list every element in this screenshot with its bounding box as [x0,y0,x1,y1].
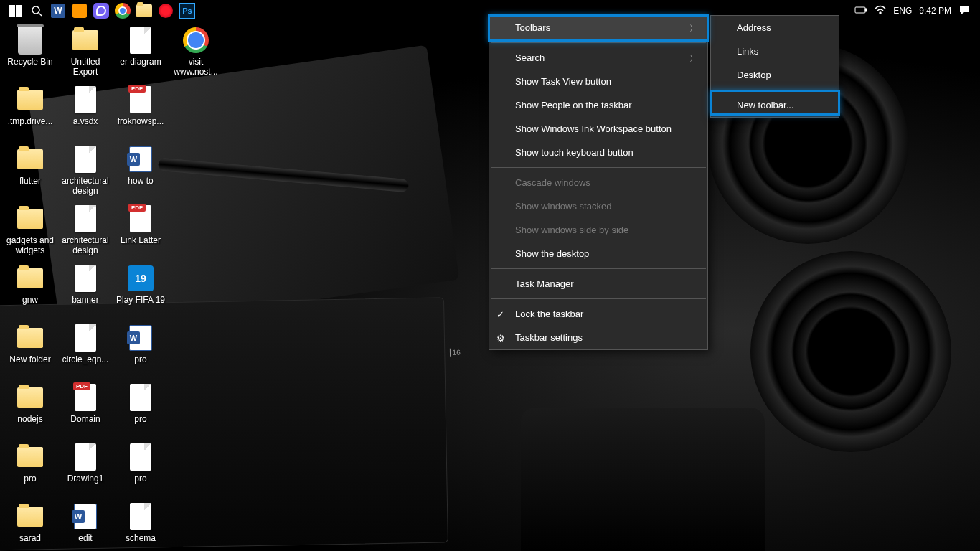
desktop-icon[interactable]: pro [113,324,168,364]
desktop-icon[interactable]: flutter [3,145,57,186]
gear-icon: ⚙ [496,332,505,343]
word-icon [71,502,100,531]
svg-line-1 [39,13,42,16]
menu-item-label: Show Windows Ink Workspace button [515,123,672,134]
desktop-icon[interactable]: banner [58,264,113,305]
menu-item[interactable]: Toolbars〉 [489,16,707,39]
desktop-icon[interactable]: nodejs [3,383,57,424]
icon-label: nodejs [17,414,42,424]
chevron-right-icon: 〉 [689,52,697,63]
file-icon [126,502,155,531]
search-icon[interactable] [26,0,47,22]
desktop-icon[interactable]: architectural design [58,204,113,256]
icon-label: how to [128,176,153,186]
desktop-icon[interactable]: architectural design [58,145,113,197]
file-icon [126,383,155,412]
folder-icon [16,264,44,293]
icon-label: .tmp.drive... [8,116,53,126]
menu-item[interactable]: Show People on the taskbar [489,93,707,117]
desktop-icon[interactable]: New folder [3,324,57,364]
photoshop-app-icon[interactable]: Ps [176,0,198,22]
file-icon [126,443,155,471]
desktop-icon[interactable]: schema [113,502,168,543]
folder-icon [16,443,44,471]
menu-item[interactable]: ⚙Taskbar settings [489,326,707,349]
menu-item[interactable]: Show touch keyboard button [489,141,707,164]
desktop-icon[interactable]: Recycle Bin [3,26,57,67]
file-icon [71,324,100,352]
icon-label: schema [126,533,156,543]
menu-item-label: Show touch keyboard button [515,147,633,158]
desktop-icon[interactable]: Untitled Export [58,26,113,77]
folder-icon [16,85,44,114]
word-icon [126,324,155,352]
chrome-icon [182,26,210,55]
viber-app-icon[interactable] [90,0,112,22]
desktop-icon[interactable]: 19Play FIFA 19 [113,264,168,305]
menu-item[interactable]: Show Task View button [489,70,707,93]
desktop-icon[interactable]: visit www.nost... [169,26,223,77]
menu-item: Show windows stacked [489,194,707,218]
icon-label: sarad [19,533,41,543]
desktop-icon[interactable]: pro [3,443,57,484]
desktop-icon[interactable]: sarad [3,502,57,543]
desktop-icon[interactable]: gnw [3,264,57,305]
language-indicator[interactable]: ENG [893,6,912,16]
battery-icon[interactable] [854,6,867,17]
sublime-app-icon[interactable] [69,0,90,22]
desktop-icon[interactable]: Domain [58,383,113,424]
menu-item-label: Search [515,52,545,63]
desktop-icon[interactable]: pro [113,383,168,424]
menu-item-label: Taskbar settings [515,332,583,343]
file-explorer-icon[interactable] [133,0,155,22]
menu-item-label: Show Task View button [515,76,611,87]
icon-label: architectural design [58,176,113,197]
menu-item-label: Show windows stacked [515,201,611,212]
desktop-icon[interactable]: gadgets and widgets [3,204,57,256]
desktop-icon[interactable]: .tmp.drive... [3,85,57,126]
desktop-icon[interactable]: edit [58,502,113,543]
menu-item-label: Toolbars [515,22,550,33]
start-button[interactable] [4,0,26,22]
svg-point-0 [32,6,39,14]
wifi-icon[interactable] [875,5,886,17]
file-icon [71,204,100,233]
word-app-icon[interactable]: W [47,0,69,22]
icon-label: visit www.nost... [169,57,223,77]
desktop-icon[interactable]: how to [113,145,168,186]
menu-item-label: Show the desktop [515,248,589,259]
desktop-icon[interactable]: Link Latter [113,204,168,245]
menu-item[interactable]: Address [711,16,839,39]
menu-item[interactable]: ✓Lock the taskbar [489,302,707,326]
svg-rect-2 [855,7,865,13]
menu-item: Show windows side by side [489,218,707,242]
icon-label: flutter [19,176,41,186]
icon-label: circle_eqn... [62,354,109,364]
svg-rect-3 [865,9,867,11]
menu-item-label: Lock the taskbar [515,309,583,319]
desktop-icon[interactable]: Drawing1 [58,443,113,484]
action-center-icon[interactable] [958,4,970,18]
menu-item-label: New toolbar... [737,100,794,110]
menu-item[interactable]: Desktop [711,63,839,87]
pdf-icon [126,204,155,233]
desktop-icon[interactable]: er diagram [113,26,168,67]
svg-point-4 [880,12,881,14]
chrome-app-icon[interactable] [112,0,133,22]
desktop-icon[interactable]: a.vsdx [58,85,113,126]
word-icon [126,145,155,174]
menu-item[interactable]: Show the desktop [489,242,707,265]
desktop-icon[interactable]: circle_eqn... [58,324,113,364]
icon-label: er diagram [120,57,161,67]
desktop-icon[interactable]: pro [113,443,168,484]
desktop-icon[interactable]: froknowsp... [113,85,168,126]
menu-item[interactable]: New toolbar... [711,93,839,117]
menu-item[interactable]: Task Manager [489,272,707,296]
menu-item[interactable]: Links [711,39,839,63]
opera-app-icon[interactable] [155,0,176,22]
menu-item[interactable]: Search〉 [489,46,707,70]
icon-label: pro [134,354,146,364]
icon-label: Drawing1 [67,474,104,484]
clock[interactable]: 9:42 PM [919,6,951,16]
menu-item[interactable]: Show Windows Ink Workspace button [489,117,707,141]
